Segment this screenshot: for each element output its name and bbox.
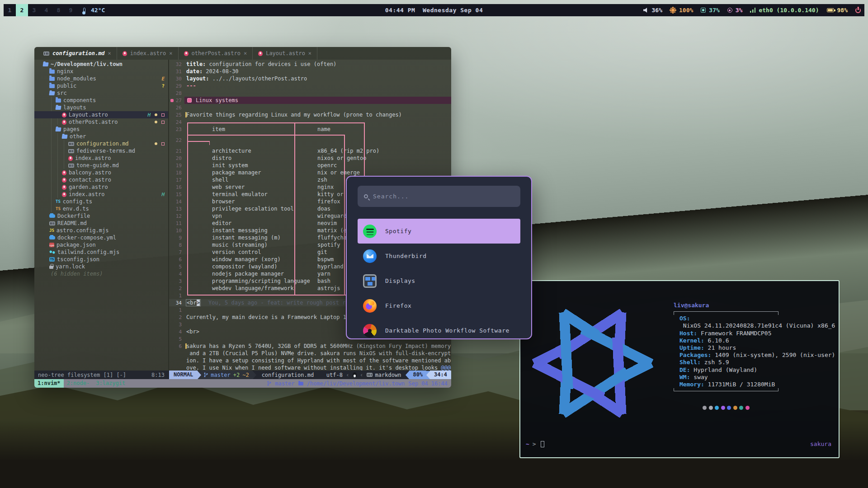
tree-item[interactable]: Layout.astro H [34,111,168,118]
status-module[interactable]: 98% [827,7,848,14]
bookmark-sign [170,99,174,102]
tree-item[interactable]: src [34,89,168,97]
tree-item[interactable]: pages [34,126,168,133]
spotify-icon [363,225,377,238]
close-icon[interactable]: × [169,50,172,56]
tree-item[interactable]: node_modules E [34,75,168,82]
tmux-session-info: master /home/liv/Development/liv.town Se… [267,380,451,387]
darktable-icon [363,324,377,338]
buffer-line: 25Favorite things regarding Linux and my… [169,111,451,118]
tree-item[interactable]: nginx [34,68,168,75]
tree-item[interactable]: (6 hidden items) [34,270,168,277]
editor-tab[interactable]: index.astro × [117,47,179,60]
tree-item[interactable]: other [34,133,168,140]
git-segment: master +2 ~2 [201,371,252,379]
tmux-window[interactable]: 1:nvim* [34,379,64,388]
launcher-item[interactable]: Displays [358,268,520,293]
status-module[interactable]: 3% [727,7,743,14]
file-tree: ~/Development/liv.town nginx [34,60,168,371]
markdown-h1-heading: Linux systems [184,97,451,104]
tmux-window[interactable]: 2:node- [64,379,93,388]
line-number: 2 [169,314,184,320]
temperature-module[interactable]: 42°C [83,7,105,14]
workspace-button[interactable]: 3 [28,4,40,16]
buffer-line-text: itemname [186,126,451,133]
tree-item[interactable]: docker-compose.yml [34,234,168,241]
tree-item[interactable]: env.d.ts [34,205,168,212]
tree-item[interactable]: tsconfig.json [34,256,168,263]
terminal-color-palette [703,406,750,410]
tree-item[interactable]: components [34,97,168,104]
tree-item[interactable]: garden.astro [34,183,168,191]
workspace-button[interactable]: 1 [4,4,16,16]
tree-item[interactable]: otherPost.astro [34,118,168,126]
buffer-line: 20distronixos or gentoo [169,155,451,162]
tree-item[interactable]: Dockerfile [34,212,168,220]
tree-item[interactable]: tone-guide.md [34,162,168,169]
status-module[interactable]: eth0 (10.0.0.140) [750,7,819,14]
error-badge: E [161,76,165,82]
status-module[interactable]: 36% [643,7,662,14]
close-icon[interactable]: × [244,50,247,56]
launcher-item[interactable]: Darktable Photo Workflow Software [358,318,520,339]
launcher-item[interactable]: Firefox [358,293,520,318]
statusline-filename: configuration.md [262,372,314,378]
tree-item[interactable]: ~/Development/liv.town [34,61,168,68]
tree-item-label: tone-guide.md [76,162,165,169]
tree-item[interactable]: configuration.md [34,140,168,147]
system-info-row: Packages: 1409 (nix-system), 2590 (nix-u… [679,352,836,359]
tree-item[interactable]: fediverse-terms.md [34,147,168,155]
tree-item[interactable]: contact.astro [34,176,168,183]
close-icon[interactable]: × [308,50,311,56]
tree-item[interactable]: config.ts [34,198,168,205]
system-info-row: Host: Framework FRANMDCP05 [679,330,836,337]
file-type-icon [62,113,66,117]
tree-item[interactable]: astro.config.mjs [34,227,168,234]
buffer-line: 31date: 2024-08-30 [169,68,451,75]
close-icon[interactable]: × [108,50,111,56]
tmux-windows: 1:nvim* 2:node- 3:lazygit [34,379,128,388]
tree-item[interactable]: public ? [34,82,168,89]
palette-dot [721,406,725,410]
tree-item[interactable]: layouts [34,104,168,111]
markdown-icon [367,373,373,377]
line-number: 16 [169,184,184,190]
workspace-button[interactable]: 2 [16,4,28,16]
line-number: 32 [169,61,184,67]
tree-item[interactable]: tailwind.config.mjs [34,249,168,256]
tree-item-label: index.astro [69,191,157,197]
launcher-item[interactable]: Spotify [358,219,520,244]
tree-item[interactable]: index.astro [34,155,168,162]
editor-tab[interactable]: Layout.astro × [253,47,317,60]
tree-item[interactable]: yarn.lock [34,263,168,270]
statusline-main: NORMAL master +2 ~2 configuration.md utf… [169,371,451,379]
tree-item[interactable]: package.json [34,241,168,249]
tree-item[interactable]: README.md [34,220,168,227]
text-cursor: > [197,300,200,306]
status-module[interactable]: 37% [701,7,719,14]
system-info-row: Uptime: 21 hours [679,344,836,352]
buffer-line: 29--- [169,82,451,89]
buffer-line-text: title: configuration for devices i use (… [186,61,451,68]
workspace-button[interactable]: 4 [40,4,52,16]
launcher-search[interactable] [358,186,520,207]
tree-item[interactable]: index.astro H [34,191,168,198]
thunderbird-icon [363,249,377,263]
search-input[interactable] [373,193,514,200]
tree-item[interactable]: balcony.astro [34,169,168,176]
status-module[interactable]: 100% [670,7,693,14]
workspace-button[interactable]: 8 [52,4,65,16]
buffer-line: ion. I have a setup consisting of Hyprla… [169,357,451,364]
tmux-window[interactable]: 3:lazygit [93,379,128,388]
line-number: 1 [169,293,184,299]
info-box-border [674,311,778,315]
editor-tab[interactable]: otherPost.astro × [179,47,253,60]
shell-prompt[interactable]: ~ > [526,441,544,447]
editor-tab[interactable]: configuration.md × [38,47,117,60]
user-host: liv@sakura [674,302,836,309]
launcher-item[interactable]: Thunderbird [358,244,520,268]
system-info-row: OS: NixOS 24.11.20240828.71e91c4 (Vicuna… [679,315,836,329]
chevron-separator: ‹ [360,371,363,378]
power-icon[interactable] [855,8,861,13]
workspace-button[interactable]: 9 [65,4,77,16]
